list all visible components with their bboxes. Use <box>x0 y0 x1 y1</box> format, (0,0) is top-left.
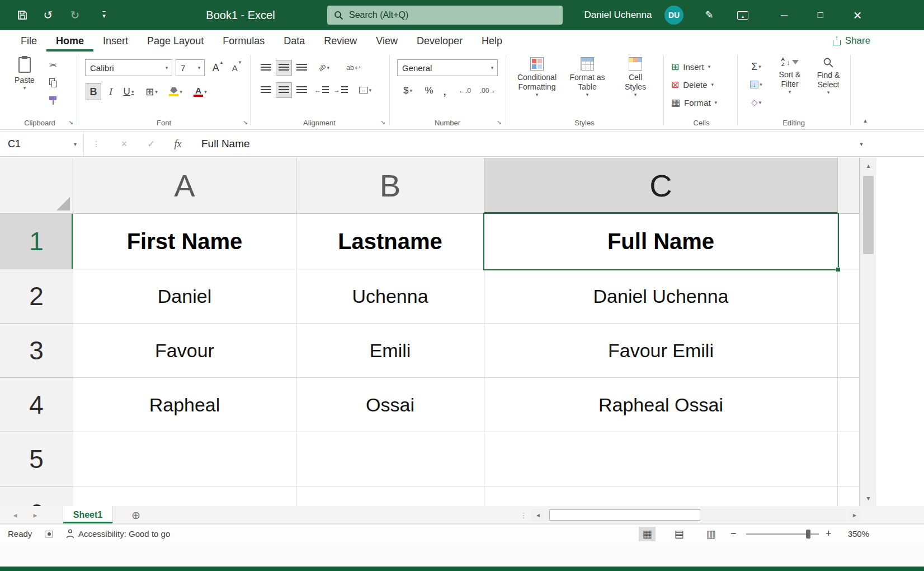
row-header-4[interactable]: 4 <box>0 378 73 432</box>
cell-B1[interactable]: Lastname <box>296 214 484 269</box>
normal-view-button[interactable]: ▦ <box>639 527 656 541</box>
tab-splitter-handle[interactable]: ⋮ <box>519 508 528 522</box>
row-header-5[interactable]: 5 <box>0 432 73 486</box>
formula-input[interactable]: Full Name <box>201 132 705 156</box>
ribbon-display-options-button[interactable]: ▴ <box>730 0 755 30</box>
align-right-button[interactable] <box>294 83 309 97</box>
copy-button[interactable] <box>46 76 60 90</box>
middle-align-button[interactable] <box>276 60 291 75</box>
column-header-c[interactable]: C <box>484 158 838 214</box>
italic-button[interactable]: I <box>104 84 117 100</box>
tab-review[interactable]: Review <box>314 30 366 52</box>
percent-style-button[interactable]: % <box>422 83 436 99</box>
cell-D4-partial[interactable] <box>838 378 860 432</box>
avatar[interactable]: DU <box>664 6 683 25</box>
font-size-combo[interactable]: 7▾ <box>176 59 205 76</box>
format-as-table-button[interactable]: Format as Table ▾ <box>564 57 611 97</box>
formula-bar-handle[interactable]: ⋮ <box>91 132 102 156</box>
cell-styles-button[interactable]: Cell Styles ▾ <box>614 57 657 97</box>
insert-function-button[interactable]: fx <box>166 132 190 156</box>
tab-page-layout[interactable]: Page Layout <box>138 30 213 52</box>
undo-button[interactable]: ↺ <box>36 0 60 30</box>
fill-color-button[interactable]: ▾ <box>166 84 186 100</box>
vertical-scrollbar[interactable]: ▴ ▾ <box>860 158 876 506</box>
minimize-button[interactable]: – <box>771 0 797 30</box>
borders-button[interactable]: ⊞▾ <box>142 84 161 100</box>
inking-button[interactable]: ✎ <box>697 0 722 30</box>
orientation-button[interactable]: ab▾ <box>314 60 333 75</box>
horizontal-scroll-thumb[interactable] <box>549 509 700 521</box>
expand-formula-bar-button[interactable]: ▾ <box>852 132 870 156</box>
increase-decimal-button[interactable]: ←.0 <box>454 83 475 99</box>
shrink-font-button[interactable]: A▾ <box>228 59 245 76</box>
cell-B4[interactable]: Ossai <box>296 378 484 432</box>
zoom-level[interactable]: 350% <box>838 525 869 543</box>
cell-D5-partial[interactable] <box>838 432 860 486</box>
zoom-slider-thumb[interactable] <box>806 530 810 539</box>
cell-A4[interactable]: Rapheal <box>73 378 296 432</box>
sort-filter-button[interactable]: AZ↓ Sort & Filter ▾ <box>772 57 808 95</box>
macro-record-button[interactable] <box>45 525 53 543</box>
autosum-button[interactable]: Σ▾ <box>745 59 767 74</box>
cell-C5[interactable] <box>484 432 838 486</box>
cell-A6[interactable] <box>73 486 296 506</box>
paste-button[interactable]: Paste ▾ <box>10 57 39 91</box>
enter-entry-button[interactable]: ✓ <box>139 132 163 156</box>
tab-developer[interactable]: Developer <box>407 30 472 52</box>
font-color-button[interactable]: A▾ <box>190 84 210 100</box>
accessibility-checker[interactable]: Accessibility: Good to go <box>66 525 170 543</box>
conditional-formatting-button[interactable]: Conditional Formatting ▾ <box>512 57 562 97</box>
account-name[interactable]: Daniel Uchenna <box>576 0 660 30</box>
alignment-dialog-launcher[interactable]: ↘ <box>380 119 385 126</box>
next-sheet-button[interactable]: ▸ <box>27 508 44 522</box>
cell-C6[interactable] <box>484 486 838 506</box>
horizontal-scrollbar[interactable] <box>546 509 846 521</box>
previous-sheet-button[interactable]: ◂ <box>7 508 23 522</box>
top-align-button[interactable] <box>258 60 274 75</box>
maximize-button[interactable]: □ <box>808 0 833 30</box>
h-scroll-left-button[interactable]: ◂ <box>531 509 545 521</box>
wrap-text-button[interactable]: ab↩ <box>342 60 365 75</box>
delete-cells-button[interactable]: ⊠Delete▾ <box>671 77 732 92</box>
zoom-in-button[interactable]: + <box>826 525 832 543</box>
vertical-scroll-thumb[interactable] <box>863 176 874 254</box>
merge-center-button[interactable]: ↔▾ <box>353 83 377 97</box>
select-all-corner[interactable] <box>0 158 73 214</box>
new-sheet-button[interactable]: ⊕ <box>128 508 144 522</box>
cell-D1-partial[interactable] <box>838 214 860 269</box>
column-header-b[interactable]: B <box>296 158 484 214</box>
redo-button[interactable]: ↻ <box>63 0 87 30</box>
underline-button[interactable]: U▾ <box>120 84 138 100</box>
tab-help[interactable]: Help <box>472 30 512 52</box>
find-select-button[interactable]: Find & Select ▾ <box>811 57 846 95</box>
column-header-partial[interactable] <box>838 158 860 214</box>
font-dialog-launcher[interactable]: ↘ <box>243 119 248 126</box>
tab-home[interactable]: Home <box>46 30 93 52</box>
row-header-2[interactable]: 2 <box>0 269 73 324</box>
scroll-down-button[interactable]: ▾ <box>860 490 876 506</box>
cell-A5[interactable] <box>73 432 296 486</box>
format-cells-button[interactable]: ▦Format▾ <box>671 95 732 110</box>
cell-B6[interactable] <box>296 486 484 506</box>
accounting-format-button[interactable]: $▾ <box>398 83 417 99</box>
cell-B2[interactable]: Uchenna <box>296 269 484 324</box>
font-name-combo[interactable]: Calibri▾ <box>85 59 172 76</box>
tab-insert[interactable]: Insert <box>93 30 138 52</box>
clear-button[interactable]: ◇▾ <box>745 95 767 110</box>
close-button[interactable]: × <box>845 0 870 30</box>
row-header-6[interactable]: 6 <box>0 486 73 506</box>
clipboard-dialog-launcher[interactable]: ↘ <box>68 119 73 126</box>
bold-button[interactable]: B <box>86 84 101 100</box>
cell-B3[interactable]: Emili <box>296 324 484 378</box>
page-layout-view-button[interactable]: ▤ <box>671 527 687 541</box>
number-format-combo[interactable]: General▾ <box>397 59 498 76</box>
cut-button[interactable]: ✂ <box>46 58 60 72</box>
increase-indent-button[interactable]: → <box>332 83 349 97</box>
align-left-button[interactable] <box>258 83 274 97</box>
decrease-decimal-button[interactable]: .00→ <box>477 83 499 99</box>
save-button[interactable] <box>10 0 35 30</box>
center-button[interactable] <box>276 83 291 97</box>
grow-font-button[interactable]: A▴ <box>209 59 226 76</box>
cancel-entry-button[interactable]: × <box>112 132 136 156</box>
zoom-out-button[interactable]: − <box>730 525 737 543</box>
